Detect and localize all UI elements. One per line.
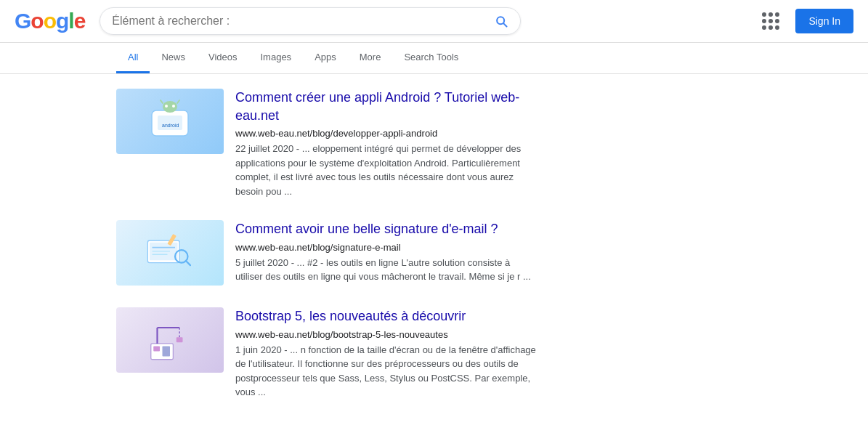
result-url: www.web-eau.net/blog/developper-appli-an… xyxy=(235,128,538,139)
search-button[interactable] xyxy=(494,14,508,28)
header-right: Sign In xyxy=(758,8,853,34)
result-item: Comment avoir une belle signature d'e-ma… xyxy=(116,220,538,286)
results-container: android Comment créer une appli Android … xyxy=(0,74,654,436)
svg-text:android: android xyxy=(162,123,179,128)
search-input[interactable] xyxy=(112,15,494,28)
result-title[interactable]: Comment avoir une belle signature d'e-ma… xyxy=(235,220,538,238)
apps-grid-button[interactable] xyxy=(758,8,784,34)
tab-news[interactable]: News xyxy=(150,43,197,73)
svg-rect-18 xyxy=(163,346,171,356)
result-snippet: 22 juillet 2020 - ... eloppement intégré… xyxy=(235,142,538,198)
svg-line-14 xyxy=(186,261,190,265)
android-illustration: android xyxy=(145,96,195,147)
result-thumbnail: android xyxy=(116,89,224,154)
svg-rect-22 xyxy=(177,337,183,342)
sign-in-button[interactable]: Sign In xyxy=(795,9,853,33)
result-url: www.web-eau.net/blog/signature-e-mail xyxy=(235,242,538,253)
tab-more[interactable]: More xyxy=(348,43,393,73)
tab-all[interactable]: All xyxy=(116,43,150,73)
result-url: www.web-eau.net/blog/bootstrap-5-les-nou… xyxy=(235,329,538,340)
nav-tabs: All News Videos Images Apps More Search … xyxy=(0,43,868,74)
tab-images[interactable]: Images xyxy=(248,43,303,73)
search-bar xyxy=(100,7,521,35)
svg-rect-17 xyxy=(153,346,160,351)
result-title[interactable]: Comment créer une appli Android ? Tutori… xyxy=(235,89,538,125)
tab-search-tools[interactable]: Search Tools xyxy=(392,43,470,73)
svg-point-3 xyxy=(165,105,168,108)
result-item: android Comment créer une appli Android … xyxy=(116,89,538,198)
result-snippet: 5 juillet 2020 - ... #2 - les outils en … xyxy=(235,256,538,284)
tab-apps[interactable]: Apps xyxy=(303,43,348,73)
svg-point-2 xyxy=(163,101,177,113)
result-snippet: 1 juin 2020 - ... n fonction de la taill… xyxy=(235,343,538,400)
result-thumbnail xyxy=(116,220,224,286)
svg-line-5 xyxy=(161,100,163,103)
search-icon xyxy=(494,14,508,28)
bootstrap-illustration xyxy=(145,317,195,364)
result-thumbnail xyxy=(116,307,224,373)
result-title[interactable]: Bootstrap 5, les nouveautés à découvrir xyxy=(235,307,538,325)
svg-point-4 xyxy=(172,105,175,108)
email-illustration xyxy=(145,230,195,277)
result-item: Bootstrap 5, les nouveautés à découvrir … xyxy=(116,307,538,399)
header: Google Sign In xyxy=(0,0,868,43)
tab-videos[interactable]: Videos xyxy=(197,43,249,73)
svg-line-6 xyxy=(177,100,179,103)
google-logo: Google xyxy=(15,9,85,33)
